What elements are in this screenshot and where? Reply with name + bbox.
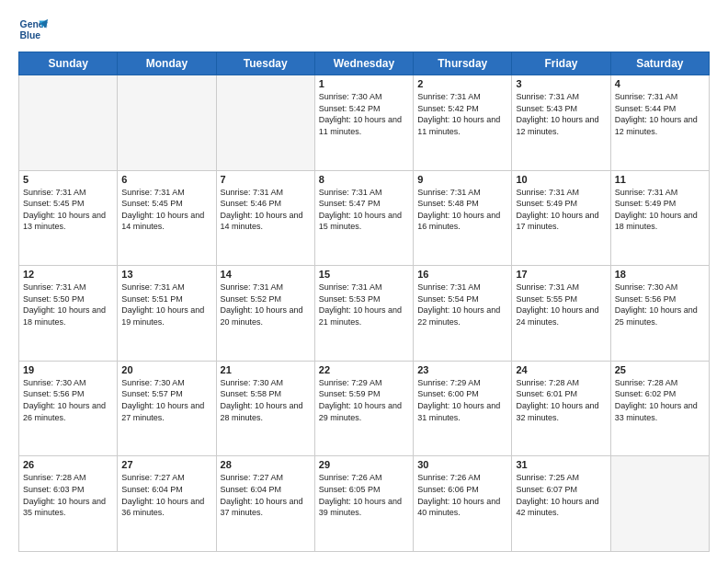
- day-number: 13: [121, 269, 211, 280]
- day-number: 16: [417, 269, 507, 280]
- day-number: 7: [221, 174, 311, 185]
- calendar-cell: 9Sunrise: 7:31 AMSunset: 5:48 PMDaylight…: [414, 170, 512, 266]
- day-info: Sunrise: 7:31 AMSunset: 5:55 PMDaylight:…: [516, 282, 606, 327]
- header-day-sunday: Sunday: [19, 52, 118, 75]
- header-day-wednesday: Wednesday: [314, 52, 413, 75]
- day-number: 26: [23, 459, 113, 470]
- calendar-cell: 31Sunrise: 7:25 AMSunset: 6:07 PMDayligh…: [512, 456, 610, 552]
- header-day-tuesday: Tuesday: [216, 52, 314, 75]
- day-info: Sunrise: 7:30 AMSunset: 5:58 PMDaylight:…: [221, 377, 311, 423]
- day-number: 27: [121, 459, 211, 470]
- calendar-cell: 30Sunrise: 7:26 AMSunset: 6:06 PMDayligh…: [414, 456, 512, 552]
- day-info: Sunrise: 7:26 AMSunset: 6:05 PMDaylight:…: [319, 472, 409, 518]
- day-info: Sunrise: 7:31 AMSunset: 5:50 PMDaylight:…: [23, 282, 113, 327]
- day-number: 8: [319, 174, 409, 185]
- day-info: Sunrise: 7:31 AMSunset: 5:44 PMDaylight:…: [615, 91, 705, 137]
- day-number: 6: [121, 174, 211, 185]
- day-number: 3: [516, 78, 606, 89]
- calendar-week-2: 12Sunrise: 7:31 AMSunset: 5:50 PMDayligh…: [19, 266, 710, 362]
- day-number: 5: [23, 174, 113, 185]
- calendar-cell: 10Sunrise: 7:31 AMSunset: 5:49 PMDayligh…: [512, 170, 610, 266]
- calendar-cell: 4Sunrise: 7:31 AMSunset: 5:44 PMDaylight…: [610, 75, 709, 171]
- day-info: Sunrise: 7:31 AMSunset: 5:46 PMDaylight:…: [221, 187, 311, 233]
- day-number: 31: [516, 459, 606, 470]
- calendar-cell: 13Sunrise: 7:31 AMSunset: 5:51 PMDayligh…: [118, 266, 216, 362]
- calendar-cell: 20Sunrise: 7:30 AMSunset: 5:57 PMDayligh…: [118, 361, 216, 456]
- calendar-table: SundayMondayTuesdayWednesdayThursdayFrid…: [18, 52, 710, 552]
- calendar-cell: 3Sunrise: 7:31 AMSunset: 5:43 PMDaylight…: [512, 75, 610, 171]
- day-number: 9: [417, 174, 507, 185]
- svg-text:Blue: Blue: [20, 30, 41, 40]
- day-info: Sunrise: 7:30 AMSunset: 5:56 PMDaylight:…: [615, 282, 705, 327]
- day-number: 10: [516, 174, 606, 185]
- calendar-cell: 24Sunrise: 7:28 AMSunset: 6:01 PMDayligh…: [512, 361, 610, 456]
- day-number: 29: [319, 459, 409, 470]
- day-number: 14: [221, 269, 311, 280]
- logo-icon: General Blue: [18, 15, 48, 44]
- day-info: Sunrise: 7:27 AMSunset: 6:04 PMDaylight:…: [121, 472, 211, 518]
- day-number: 25: [615, 364, 705, 375]
- day-number: 1: [319, 78, 409, 89]
- calendar-week-0: 1Sunrise: 7:30 AMSunset: 5:42 PMDaylight…: [19, 75, 710, 171]
- calendar-cell: [610, 456, 709, 552]
- day-info: Sunrise: 7:28 AMSunset: 6:02 PMDaylight:…: [615, 377, 705, 423]
- header-day-saturday: Saturday: [610, 52, 709, 75]
- calendar-week-3: 19Sunrise: 7:30 AMSunset: 5:56 PMDayligh…: [19, 361, 710, 456]
- day-info: Sunrise: 7:26 AMSunset: 6:06 PMDaylight:…: [417, 472, 507, 518]
- calendar-cell: 22Sunrise: 7:29 AMSunset: 5:59 PMDayligh…: [314, 361, 413, 456]
- header: General Blue: [18, 15, 710, 44]
- day-number: 12: [23, 269, 113, 280]
- day-number: 19: [23, 364, 113, 375]
- calendar-cell: 6Sunrise: 7:31 AMSunset: 5:45 PMDaylight…: [118, 170, 216, 266]
- day-info: Sunrise: 7:28 AMSunset: 6:01 PMDaylight:…: [516, 377, 606, 423]
- calendar-cell: 17Sunrise: 7:31 AMSunset: 5:55 PMDayligh…: [512, 266, 610, 362]
- calendar-cell: 5Sunrise: 7:31 AMSunset: 5:45 PMDaylight…: [19, 170, 118, 266]
- calendar-cell: [118, 75, 216, 171]
- calendar-cell: 14Sunrise: 7:31 AMSunset: 5:52 PMDayligh…: [216, 266, 314, 362]
- logo: General Blue: [18, 15, 48, 44]
- calendar-cell: 7Sunrise: 7:31 AMSunset: 5:46 PMDaylight…: [216, 170, 314, 266]
- day-number: 23: [417, 364, 507, 375]
- day-info: Sunrise: 7:31 AMSunset: 5:54 PMDaylight:…: [417, 282, 507, 327]
- day-number: 17: [516, 269, 606, 280]
- day-info: Sunrise: 7:31 AMSunset: 5:45 PMDaylight:…: [121, 187, 211, 233]
- calendar-cell: 18Sunrise: 7:30 AMSunset: 5:56 PMDayligh…: [610, 266, 709, 362]
- day-info: Sunrise: 7:31 AMSunset: 5:49 PMDaylight:…: [516, 187, 606, 233]
- header-day-thursday: Thursday: [414, 52, 512, 75]
- calendar-cell: 26Sunrise: 7:28 AMSunset: 6:03 PMDayligh…: [19, 456, 118, 552]
- header-day-monday: Monday: [118, 52, 216, 75]
- calendar-body: 1Sunrise: 7:30 AMSunset: 5:42 PMDaylight…: [19, 75, 710, 552]
- day-info: Sunrise: 7:31 AMSunset: 5:42 PMDaylight:…: [417, 91, 507, 137]
- day-info: Sunrise: 7:30 AMSunset: 5:42 PMDaylight:…: [319, 91, 409, 137]
- day-info: Sunrise: 7:27 AMSunset: 6:04 PMDaylight:…: [221, 472, 311, 518]
- calendar-cell: 25Sunrise: 7:28 AMSunset: 6:02 PMDayligh…: [610, 361, 709, 456]
- day-number: 4: [615, 78, 705, 89]
- calendar-cell: 21Sunrise: 7:30 AMSunset: 5:58 PMDayligh…: [216, 361, 314, 456]
- day-info: Sunrise: 7:31 AMSunset: 5:53 PMDaylight:…: [319, 282, 409, 327]
- day-info: Sunrise: 7:30 AMSunset: 5:56 PMDaylight:…: [23, 377, 113, 423]
- day-number: 20: [121, 364, 211, 375]
- calendar-cell: 29Sunrise: 7:26 AMSunset: 6:05 PMDayligh…: [314, 456, 413, 552]
- calendar-header: SundayMondayTuesdayWednesdayThursdayFrid…: [19, 52, 710, 75]
- calendar-cell: 19Sunrise: 7:30 AMSunset: 5:56 PMDayligh…: [19, 361, 118, 456]
- header-row: SundayMondayTuesdayWednesdayThursdayFrid…: [19, 52, 710, 75]
- day-info: Sunrise: 7:30 AMSunset: 5:57 PMDaylight:…: [121, 377, 211, 423]
- day-number: 18: [615, 269, 705, 280]
- day-info: Sunrise: 7:29 AMSunset: 6:00 PMDaylight:…: [417, 377, 507, 423]
- calendar-cell: [19, 75, 118, 171]
- calendar-week-4: 26Sunrise: 7:28 AMSunset: 6:03 PMDayligh…: [19, 456, 710, 552]
- calendar-cell: 1Sunrise: 7:30 AMSunset: 5:42 PMDaylight…: [314, 75, 413, 171]
- calendar-cell: 28Sunrise: 7:27 AMSunset: 6:04 PMDayligh…: [216, 456, 314, 552]
- calendar-cell: 11Sunrise: 7:31 AMSunset: 5:49 PMDayligh…: [610, 170, 709, 266]
- calendar-cell: 2Sunrise: 7:31 AMSunset: 5:42 PMDaylight…: [414, 75, 512, 171]
- day-number: 21: [221, 364, 311, 375]
- calendar-cell: 27Sunrise: 7:27 AMSunset: 6:04 PMDayligh…: [118, 456, 216, 552]
- day-number: 15: [319, 269, 409, 280]
- day-info: Sunrise: 7:31 AMSunset: 5:45 PMDaylight:…: [23, 187, 113, 233]
- day-info: Sunrise: 7:31 AMSunset: 5:48 PMDaylight:…: [417, 187, 507, 233]
- day-number: 22: [319, 364, 409, 375]
- day-info: Sunrise: 7:31 AMSunset: 5:49 PMDaylight:…: [615, 187, 705, 233]
- day-info: Sunrise: 7:31 AMSunset: 5:43 PMDaylight:…: [516, 91, 606, 137]
- day-info: Sunrise: 7:31 AMSunset: 5:47 PMDaylight:…: [319, 187, 409, 233]
- calendar-cell: [216, 75, 314, 171]
